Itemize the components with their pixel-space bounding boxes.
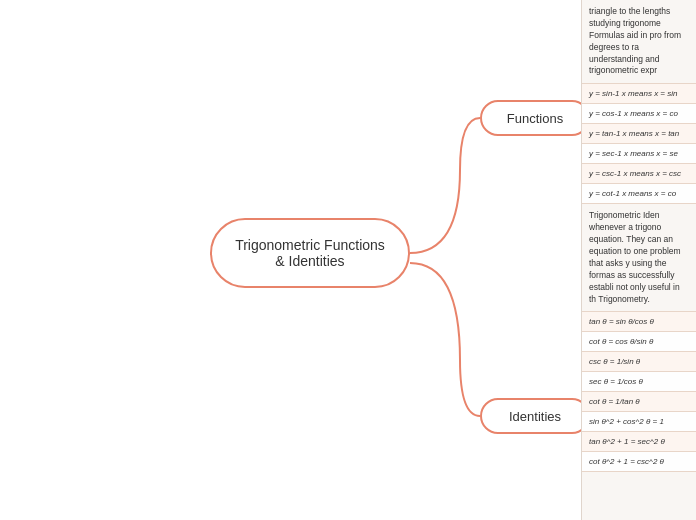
formula-cot-fn: y = cot-1 x means x = co (582, 184, 696, 204)
formula-tan: y = tan-1 x means x = tan (582, 124, 696, 144)
identities-node-label: Identities (509, 409, 561, 424)
formula-csc: y = csc-1 x means x = csc (582, 164, 696, 184)
identity-tan: tan θ = sin θ/cos θ (582, 312, 696, 332)
identity-csc: csc θ = 1/sin θ (582, 352, 696, 372)
formula-sin: y = sin-1 x means x = sin (582, 84, 696, 104)
identities-info-block: Trigonometric Iden whenever a trigono eq… (582, 204, 696, 312)
identities-node[interactable]: Identities (480, 398, 590, 434)
identity-pythagorean2: tan θ^2 + 1 = sec^2 θ (582, 432, 696, 452)
identities-text: Trigonometric Iden whenever a trigono eq… (589, 210, 681, 303)
formula-cos: y = cos-1 x means x = co (582, 104, 696, 124)
functions-node-label: Functions (507, 111, 563, 126)
identity-sec: sec θ = 1/cos θ (582, 372, 696, 392)
intro-text: triangle to the lengths studying trigono… (589, 6, 681, 75)
identity-cot: cot θ = cos θ/sin θ (582, 332, 696, 352)
formula-sec: y = sec-1 x means x = se (582, 144, 696, 164)
central-node: Trigonometric Functions & Identities (210, 218, 410, 288)
functions-node[interactable]: Functions (480, 100, 590, 136)
canvas: Trigonometric Functions & Identities Fun… (0, 0, 696, 520)
central-node-label: Trigonometric Functions & Identities (235, 237, 385, 269)
identity-cot2: cot θ = 1/tan θ (582, 392, 696, 412)
right-panel: triangle to the lengths studying trigono… (581, 0, 696, 520)
identity-pythagorean3: cot θ^2 + 1 = csc^2 θ (582, 452, 696, 472)
intro-block: triangle to the lengths studying trigono… (582, 0, 696, 84)
identity-pythagorean1: sin θ^2 + cos^2 θ = 1 (582, 412, 696, 432)
